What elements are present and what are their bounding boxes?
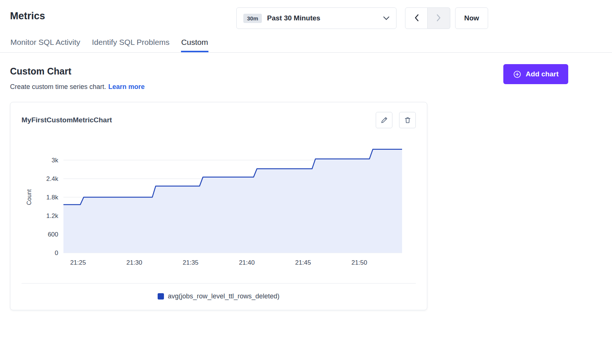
custom-chart-section: Custom Chart Create custom time series c… xyxy=(0,53,612,91)
section-subtitle: Create custom time series chart.Learn mo… xyxy=(10,83,602,91)
svg-text:21:30: 21:30 xyxy=(126,259,142,266)
time-range-badge: 30m xyxy=(243,14,262,23)
page-title: Metrics xyxy=(10,10,45,22)
chart-card-header: MyFirstCustomMetricChart xyxy=(22,112,416,128)
chart-title: MyFirstCustomMetricChart xyxy=(22,116,112,124)
metrics-page: Metrics 30m Past 30 Minutes Now Monitor … xyxy=(0,0,612,310)
svg-text:0: 0 xyxy=(55,249,58,257)
subtitle-text: Create custom time series chart. xyxy=(10,83,106,90)
svg-text:21:35: 21:35 xyxy=(183,259,199,266)
tab-custom[interactable]: Custom xyxy=(181,36,208,52)
chart-card-actions xyxy=(376,112,416,128)
learn-more-link[interactable]: Learn more xyxy=(108,83,145,90)
topbar: Metrics 30m Past 30 Minutes Now xyxy=(0,0,612,36)
svg-text:21:25: 21:25 xyxy=(70,259,86,266)
svg-text:1.2k: 1.2k xyxy=(46,212,59,219)
custom-chart-card: MyFirstCustomMetricChart 06001.2k1.8k2.4… xyxy=(10,102,427,310)
time-range-label: Past 30 Minutes xyxy=(267,14,320,22)
svg-text:3k: 3k xyxy=(52,157,58,164)
svg-text:21:45: 21:45 xyxy=(295,259,311,266)
svg-text:21:40: 21:40 xyxy=(239,259,255,266)
pencil-icon xyxy=(381,116,388,124)
time-range-selector[interactable]: 30m Past 30 Minutes xyxy=(236,7,397,29)
chart-legend: avg(jobs_row_level_ttl_rows_deleted) xyxy=(22,292,416,300)
time-forward-button[interactable] xyxy=(428,7,450,29)
metric-chart: 06001.2k1.8k2.4k3k21:2521:3021:3521:4021… xyxy=(22,135,415,268)
edit-chart-button[interactable] xyxy=(376,112,392,128)
plus-circle-icon xyxy=(513,70,521,79)
tab-monitor-sql-activity[interactable]: Monitor SQL Activity xyxy=(10,36,80,52)
delete-chart-button[interactable] xyxy=(399,112,416,128)
chevron-down-icon xyxy=(383,16,389,20)
chevron-left-icon xyxy=(414,14,419,23)
legend-label: avg(jobs_row_level_ttl_rows_deleted) xyxy=(168,292,279,300)
svg-text:2.4k: 2.4k xyxy=(46,175,59,182)
svg-text:Count: Count xyxy=(26,189,32,205)
trash-icon xyxy=(404,116,411,124)
svg-text:600: 600 xyxy=(48,231,58,238)
tab-bar: Monitor SQL Activity Identify SQL Proble… xyxy=(0,36,612,53)
svg-text:1.8k: 1.8k xyxy=(46,194,59,201)
chevron-right-icon xyxy=(436,14,441,23)
tab-identify-sql-problems[interactable]: Identify SQL Problems xyxy=(92,36,170,52)
add-chart-button[interactable]: Add chart xyxy=(503,64,568,84)
now-button[interactable]: Now xyxy=(455,7,488,29)
svg-text:21:50: 21:50 xyxy=(351,259,367,266)
time-nav-group xyxy=(405,7,450,29)
add-chart-label: Add chart xyxy=(526,70,559,78)
legend-swatch xyxy=(158,293,164,300)
card-divider xyxy=(22,283,416,284)
time-back-button[interactable] xyxy=(405,7,428,29)
